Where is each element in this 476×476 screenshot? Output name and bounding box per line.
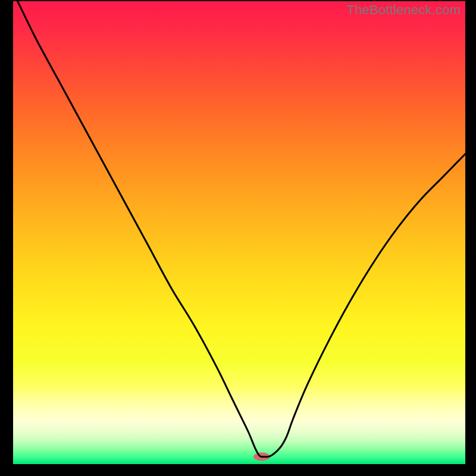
bottleneck-plot	[13, 1, 465, 464]
chart-frame	[13, 1, 465, 464]
plot-background	[13, 1, 465, 464]
watermark-text: TheBottleneck.com	[346, 2, 461, 18]
